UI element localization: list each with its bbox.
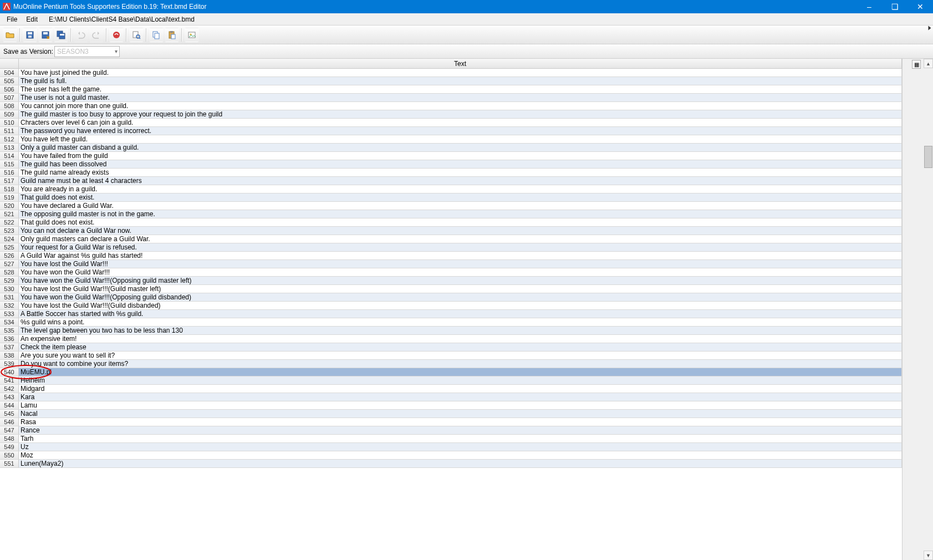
table-row[interactable]: 534%s guild wins a point. — [0, 318, 902, 327]
text-cell[interactable]: Only guild masters can declare a Guild W… — [19, 235, 902, 243]
text-cell[interactable]: The user is not a guild master. — [19, 94, 902, 101]
table-row[interactable]: 511The password you have entered is inco… — [0, 127, 902, 135]
text-cell[interactable]: You have just joined the guild. — [19, 69, 902, 77]
row-header[interactable]: 551 — [0, 460, 19, 467]
text-cell[interactable]: MuEMU.pl — [19, 368, 902, 376]
text-cell[interactable]: Rasa — [19, 418, 902, 426]
text-cell[interactable]: You have failed from the guild — [19, 152, 902, 160]
row-header[interactable]: 528 — [0, 268, 19, 276]
text-cell[interactable]: You have lost the Guild War!!!(Guild mas… — [19, 285, 902, 293]
table-row[interactable]: 536An expensive item! — [0, 335, 902, 343]
row-header[interactable]: 550 — [0, 451, 19, 459]
collapse-panel-icon[interactable]: ▦ — [912, 60, 921, 69]
table-row[interactable]: 527You have lost the Guild War!!! — [0, 260, 902, 268]
row-header[interactable]: 549 — [0, 443, 19, 451]
text-cell[interactable]: Guild name must be at least 4 characters — [19, 177, 902, 185]
row-header[interactable]: 546 — [0, 418, 19, 426]
table-row[interactable]: 544Lamu — [0, 401, 902, 410]
menu-file[interactable]: File — [2, 14, 22, 24]
row-header[interactable]: 515 — [0, 160, 19, 168]
row-header[interactable]: 516 — [0, 169, 19, 176]
table-row[interactable]: 513Only a guild master can disband a gui… — [0, 144, 902, 152]
table-row[interactable]: 516The guild name already exists — [0, 169, 902, 177]
find-button[interactable] — [129, 28, 144, 42]
row-header[interactable]: 545 — [0, 410, 19, 418]
text-cell[interactable]: Tarh — [19, 435, 902, 442]
text-cell[interactable]: You have left the guild. — [19, 135, 902, 143]
minimize-button[interactable]: – — [856, 0, 882, 13]
row-header[interactable]: 517 — [0, 177, 19, 185]
text-cell[interactable]: The level gap between you two has to be … — [19, 327, 902, 334]
settings-button[interactable] — [109, 28, 124, 42]
row-header[interactable]: 538 — [0, 352, 19, 359]
vertical-scrollbar[interactable]: ▲ ▼ — [924, 59, 933, 560]
row-header[interactable]: 531 — [0, 293, 19, 301]
table-row[interactable]: 515The guild has been dissolved — [0, 160, 902, 169]
open-button[interactable] — [3, 28, 17, 42]
table-row[interactable]: 517Guild name must be at least 4 charact… — [0, 177, 902, 185]
text-cell[interactable]: Are you sure you want to sell it? — [19, 352, 902, 359]
table-row[interactable]: 524Only guild masters can declare a Guil… — [0, 235, 902, 243]
row-header[interactable]: 507 — [0, 94, 19, 101]
text-cell[interactable]: The opposing guild master is not in the … — [19, 210, 902, 218]
copy-button[interactable] — [149, 28, 164, 42]
paste-button[interactable] — [165, 28, 179, 42]
row-header[interactable]: 510 — [0, 119, 19, 126]
scroll-track[interactable] — [924, 68, 933, 551]
maximize-button[interactable]: ❏ — [882, 0, 907, 13]
table-row[interactable]: 507The user is not a guild master. — [0, 94, 902, 102]
row-header[interactable]: 539 — [0, 360, 19, 368]
table-row[interactable]: 535The level gap between you two has to … — [0, 327, 902, 335]
text-cell[interactable]: Moz — [19, 451, 902, 459]
table-row[interactable]: 522That guild does not exist. — [0, 218, 902, 227]
table-row[interactable]: 532You have lost the Guild War!!!(Guild … — [0, 302, 902, 310]
text-cell[interactable]: A Guild War against %s guild has started… — [19, 252, 902, 259]
table-row[interactable]: 521The opposing guild master is not in t… — [0, 210, 902, 218]
text-cell[interactable]: A Battle Soccer has started with %s guil… — [19, 310, 902, 318]
text-cell[interactable]: Only a guild master can disband a guild. — [19, 144, 902, 151]
text-cell[interactable]: You have lost the Guild War!!!(Guild dis… — [19, 302, 902, 309]
table-row[interactable]: 548Tarh — [0, 435, 902, 443]
table-row[interactable]: 533A Battle Soccer has started with %s g… — [0, 310, 902, 318]
text-cell[interactable]: %s guild wins a point. — [19, 318, 902, 326]
row-header[interactable]: 527 — [0, 260, 19, 268]
row-header[interactable]: 535 — [0, 327, 19, 334]
table-row[interactable]: 551Lunen(Maya2) — [0, 460, 902, 468]
row-header[interactable]: 534 — [0, 318, 19, 326]
text-cell[interactable]: You have won the Guild War!!!(Opposing g… — [19, 277, 902, 284]
text-cell[interactable]: Lamu — [19, 401, 902, 409]
table-row[interactable]: 538Are you sure you want to sell it? — [0, 352, 902, 360]
text-cell[interactable]: Check the item please — [19, 343, 902, 351]
row-header[interactable]: 521 — [0, 210, 19, 218]
table-row[interactable]: 542Midgard — [0, 385, 902, 393]
text-cell[interactable]: The guild is full. — [19, 77, 902, 85]
version-combo[interactable]: SEASON3 — [54, 46, 120, 57]
row-header[interactable]: 547 — [0, 426, 19, 434]
row-header[interactable]: 513 — [0, 144, 19, 151]
text-cell[interactable]: Your request for a Guild War is refused. — [19, 243, 902, 251]
row-header[interactable]: 542 — [0, 385, 19, 393]
text-cell[interactable]: The guild name already exists — [19, 169, 902, 176]
text-cell[interactable]: The password you have entered is incorre… — [19, 127, 902, 135]
text-cell[interactable]: The guild master is too busy to approve … — [19, 110, 902, 118]
table-row[interactable]: 523You can not declare a Guild War now. — [0, 227, 902, 235]
table-row[interactable]: 508You cannot join more than one guild. — [0, 102, 902, 110]
text-cell[interactable]: The guild has been dissolved — [19, 160, 902, 168]
table-row[interactable]: 529You have won the Guild War!!!(Opposin… — [0, 277, 902, 285]
table-row[interactable]: 526A Guild War against %s guild has star… — [0, 252, 902, 260]
row-header[interactable]: 519 — [0, 194, 19, 201]
row-header[interactable]: 544 — [0, 401, 19, 409]
table-row[interactable]: 518You are already in a guild. — [0, 185, 902, 194]
table-row[interactable]: 541Helheim — [0, 376, 902, 385]
text-cell[interactable]: You have won the Guild War!!!(Opposing g… — [19, 293, 902, 301]
text-cell[interactable]: An expensive item! — [19, 335, 902, 343]
text-cell[interactable]: Helheim — [19, 376, 902, 384]
table-row[interactable]: 545Nacal — [0, 410, 902, 418]
row-header[interactable]: 511 — [0, 127, 19, 135]
row-header[interactable]: 543 — [0, 393, 19, 401]
table-row[interactable]: 530You have lost the Guild War!!!(Guild … — [0, 285, 902, 293]
save-button[interactable] — [23, 28, 37, 42]
row-header[interactable]: 529 — [0, 277, 19, 284]
text-cell[interactable]: You cannot join more than one guild. — [19, 102, 902, 110]
row-header[interactable]: 520 — [0, 202, 19, 210]
